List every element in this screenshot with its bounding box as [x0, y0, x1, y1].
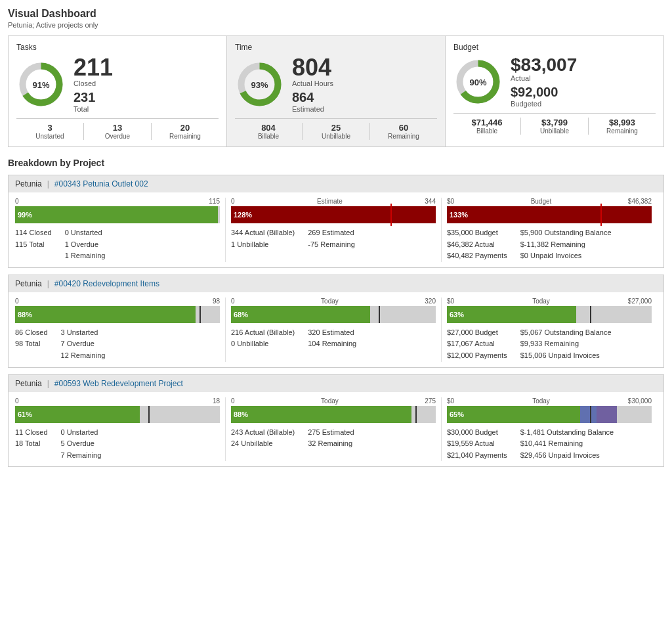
budget-bar-section: $0Today$27,00063% — [447, 298, 652, 323]
time-bar-section: 0Today32068% — [231, 298, 436, 323]
budget-donut: 90% — [453, 57, 503, 106]
budget-medium: $92,000 — [511, 85, 577, 100]
budget-bottom-2: $8,993 Remaining — [588, 118, 656, 135]
project-block-2: Petunia | #00593 Web Redevelopment Proje… — [8, 374, 664, 468]
col-stats: $35,000 Budget$46,382 Actual$40,482 Paym… — [447, 227, 652, 262]
separator: | — [47, 179, 49, 188]
tasks-panel-title: Tasks — [16, 43, 219, 52]
tasks-bottom-0: 3 Unstarted — [16, 123, 83, 140]
budget-bottom: $71,446 Billable $3,799 Unbillable $8,99… — [453, 113, 656, 135]
time-bar-section: 0Estimate344128% — [231, 198, 436, 223]
project-link-2[interactable]: #00593 Web Redevelopment Project — [54, 379, 183, 388]
time-panel-title: Time — [235, 43, 437, 52]
time-panel: Time 93% 804 Actual Hours 864 Estimated … — [227, 36, 446, 146]
budget-panel: Budget 90% $83,007 Actual $92,000 Budget… — [446, 36, 663, 146]
time-bottom-2: 60 Remaining — [369, 123, 437, 140]
tasks-col-0: 011599%114 Closed115 Total0 Unstarted1 O… — [15, 198, 226, 262]
budget-percent: 90% — [469, 77, 486, 87]
time-donut: 93% — [235, 60, 284, 109]
project-header-2: Petunia | #00593 Web Redevelopment Proje… — [9, 375, 663, 392]
page-subtitle: Petunia; Active projects only — [8, 21, 664, 29]
project-client: Petunia — [15, 379, 42, 388]
budget-big: $83,007 — [511, 56, 577, 74]
budget-bar-section: $0Budget$46,382133% — [447, 198, 652, 223]
tasks-percent: 91% — [32, 79, 49, 89]
project-client: Petunia — [15, 279, 42, 288]
summary-row: Tasks 91% 211 Closed 231 Total 3 Unstart… — [8, 35, 664, 147]
project-block-0: Petunia | #00343 Petunia Outlet 00201159… — [8, 175, 664, 268]
separator: | — [47, 379, 49, 388]
tasks-big: 211 — [74, 56, 113, 79]
budget-col-2: $0Today$30,00065%$30,000 Budget$19,559 A… — [442, 397, 657, 462]
tasks-bar-section: 09888% — [15, 298, 220, 323]
project-content-0: 011599%114 Closed115 Total0 Unstarted1 O… — [9, 192, 663, 267]
time-bottom-0: 804 Billable — [235, 123, 302, 140]
project-header-1: Petunia | #00420 Redevelopment Items — [9, 275, 663, 292]
separator: | — [47, 279, 49, 288]
tasks-bottom-2: 20 Remaining — [151, 123, 219, 140]
col-stats: 344 Actual (Billable)1 Unbillable269 Est… — [231, 227, 436, 250]
budget-bottom-1: $3,799 Unbillable — [520, 118, 588, 135]
col-stats: 11 Closed18 Total0 Unstarted5 Overdue7 R… — [15, 427, 220, 462]
time-bar-section: 0Today27588% — [231, 397, 436, 423]
project-client: Petunia — [15, 179, 42, 188]
tasks-col-2: 01861%11 Closed18 Total0 Unstarted5 Over… — [15, 397, 226, 462]
budget-big-label: Actual — [511, 74, 577, 82]
col-stats: $30,000 Budget$19,559 Actual$21,040 Paym… — [447, 427, 652, 462]
project-content-2: 01861%11 Closed18 Total0 Unstarted5 Over… — [9, 392, 663, 467]
budget-bottom-0: $71,446 Billable — [453, 118, 520, 135]
time-col-1: 0Today32068%216 Actual (Billable)0 Unbil… — [226, 298, 442, 362]
tasks-bottom-1: 13 Overdue — [83, 123, 151, 140]
project-content-1: 09888%86 Closed98 Total3 Unstarted7 Over… — [9, 292, 663, 367]
time-medium-label: Estimated — [292, 105, 333, 113]
project-block-1: Petunia | #00420 Redevelopment Items0988… — [8, 275, 664, 368]
time-big-label: Actual Hours — [292, 79, 333, 87]
budget-bar-section: $0Today$30,00065% — [447, 397, 652, 423]
tasks-panel: Tasks 91% 211 Closed 231 Total 3 Unstart… — [9, 36, 227, 146]
time-col-2: 0Today27588%243 Actual (Billable)24 Unbi… — [226, 397, 442, 462]
project-header-0: Petunia | #00343 Petunia Outlet 002 — [9, 175, 663, 192]
col-stats: 243 Actual (Billable)24 Unbillable275 Es… — [231, 427, 436, 450]
tasks-col-1: 09888%86 Closed98 Total3 Unstarted7 Over… — [15, 298, 226, 362]
page-title: Visual Dashboard — [8, 8, 664, 20]
projects-container: Petunia | #00343 Petunia Outlet 00201159… — [8, 175, 664, 467]
tasks-bar-section: 01861% — [15, 397, 220, 423]
tasks-medium-label: Total — [74, 105, 113, 113]
project-link-0[interactable]: #00343 Petunia Outlet 002 — [54, 179, 148, 188]
col-stats: 216 Actual (Billable)0 Unbillable320 Est… — [231, 327, 436, 350]
tasks-bar-section: 011599% — [15, 198, 220, 223]
time-big: 804 — [292, 56, 333, 79]
project-link-1[interactable]: #00420 Redevelopment Items — [54, 279, 159, 288]
time-bottom: 804 Billable 25 Unbillable 60 Remaining — [235, 118, 437, 140]
time-col-0: 0Estimate344128%344 Actual (Billable)1 U… — [226, 198, 442, 262]
budget-col-1: $0Today$27,00063%$27,000 Budget$17,067 A… — [442, 298, 657, 362]
tasks-donut: 91% — [16, 60, 66, 109]
tasks-medium: 231 — [74, 90, 113, 105]
col-stats: 114 Closed115 Total0 Unstarted1 Overdue1… — [15, 227, 220, 262]
budget-panel-title: Budget — [453, 43, 656, 52]
tasks-bottom: 3 Unstarted 13 Overdue 20 Remaining — [16, 118, 219, 140]
col-stats: $27,000 Budget$17,067 Actual$12,000 Paym… — [447, 327, 652, 362]
time-percent: 93% — [251, 79, 268, 89]
budget-medium-label: Budgeted — [511, 100, 577, 108]
col-stats: 86 Closed98 Total3 Unstarted7 Overdue12 … — [15, 327, 220, 362]
breakdown-title: Breakdown by Project — [8, 158, 664, 168]
budget-col-0: $0Budget$46,382133%$35,000 Budget$46,382… — [442, 198, 657, 262]
time-bottom-1: 25 Unbillable — [302, 123, 369, 140]
time-medium: 864 — [292, 90, 333, 105]
